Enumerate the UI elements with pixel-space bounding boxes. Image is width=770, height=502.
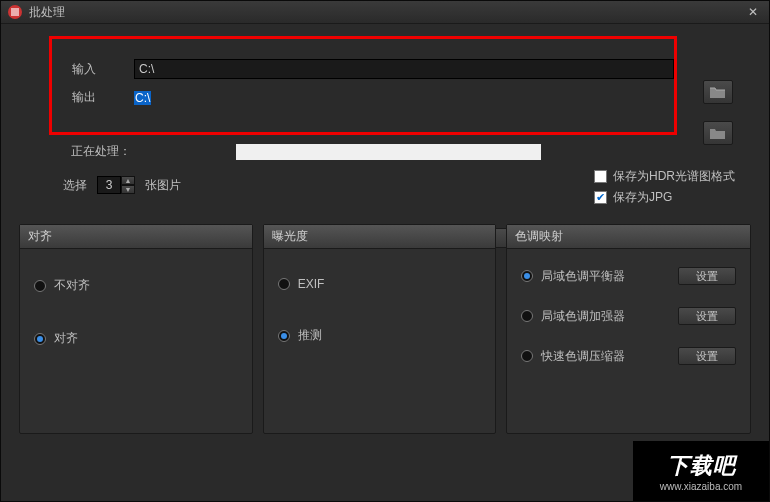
tonemap-balance-radio[interactable] bbox=[521, 270, 533, 282]
guess-label: 推测 bbox=[298, 327, 322, 344]
input-label: 输入 bbox=[72, 61, 134, 78]
tonemap-fast-settings-button[interactable]: 设置 bbox=[678, 347, 736, 365]
output-label: 输出 bbox=[72, 89, 134, 106]
watermark: 下载吧 www.xiazaiba.com bbox=[633, 441, 769, 501]
tonemap-balance-settings-button[interactable]: 设置 bbox=[678, 267, 736, 285]
watermark-url: www.xiazaiba.com bbox=[660, 481, 742, 492]
tonemap-fast-label: 快速色调压缩器 bbox=[541, 348, 625, 365]
window-title: 批处理 bbox=[29, 4, 743, 21]
tonemap-panel: 色调映射 局域色调平衡器 设置 局域色调加强器 bbox=[506, 224, 751, 434]
progress-bar bbox=[236, 144, 541, 160]
app-icon bbox=[7, 4, 23, 20]
tonemap-enhance-label: 局域色调加强器 bbox=[541, 308, 625, 325]
output-path-field[interactable]: C:\ bbox=[134, 91, 151, 105]
tonemap-panel-title: 色调映射 bbox=[507, 225, 750, 249]
save-hdr-label: 保存为HDR光谱图格式 bbox=[613, 168, 735, 185]
spinner-down-button[interactable]: ▼ bbox=[121, 185, 135, 194]
image-count-spinner: ▲ ▼ bbox=[97, 176, 135, 194]
browse-output-button[interactable] bbox=[703, 121, 733, 145]
close-icon[interactable]: ✕ bbox=[743, 5, 763, 19]
tonemap-enhance-radio[interactable] bbox=[521, 310, 533, 322]
spinner-up-button[interactable]: ▲ bbox=[121, 176, 135, 185]
exif-label: EXIF bbox=[298, 277, 325, 291]
input-path-field[interactable] bbox=[134, 59, 674, 79]
watermark-text: 下载吧 bbox=[667, 451, 736, 481]
exposure-panel: 曝光度 EXIF 推测 bbox=[263, 224, 497, 434]
processing-label: 正在处理： bbox=[71, 143, 236, 160]
tonemap-balance-label: 局域色调平衡器 bbox=[541, 268, 625, 285]
guess-radio[interactable] bbox=[278, 330, 290, 342]
select-label: 选择 bbox=[63, 177, 87, 194]
align-panel: 对齐 不对齐 对齐 bbox=[19, 224, 253, 434]
tonemap-fast-radio[interactable] bbox=[521, 350, 533, 362]
browse-input-button[interactable] bbox=[703, 80, 733, 104]
titlebar: 批处理 ✕ bbox=[1, 1, 769, 24]
align-none-radio[interactable] bbox=[34, 280, 46, 292]
highlighted-region: 输入 输出 C:\ bbox=[49, 36, 677, 135]
align-none-label: 不对齐 bbox=[54, 277, 90, 294]
select-suffix: 张图片 bbox=[145, 177, 181, 194]
batch-window: 批处理 ✕ 输入 输出 C:\ 正在处理： bbox=[0, 0, 770, 502]
tonemap-enhance-settings-button[interactable]: 设置 bbox=[678, 307, 736, 325]
save-jpg-label: 保存为JPG bbox=[613, 189, 672, 206]
align-on-label: 对齐 bbox=[54, 330, 78, 347]
align-on-radio[interactable] bbox=[34, 333, 46, 345]
svg-rect-1 bbox=[11, 8, 19, 16]
align-panel-title: 对齐 bbox=[20, 225, 252, 249]
image-count-input[interactable] bbox=[97, 176, 121, 194]
save-hdr-checkbox[interactable] bbox=[594, 170, 607, 183]
exif-radio[interactable] bbox=[278, 278, 290, 290]
exposure-panel-title: 曝光度 bbox=[264, 225, 496, 249]
save-jpg-checkbox[interactable]: ✔ bbox=[594, 191, 607, 204]
